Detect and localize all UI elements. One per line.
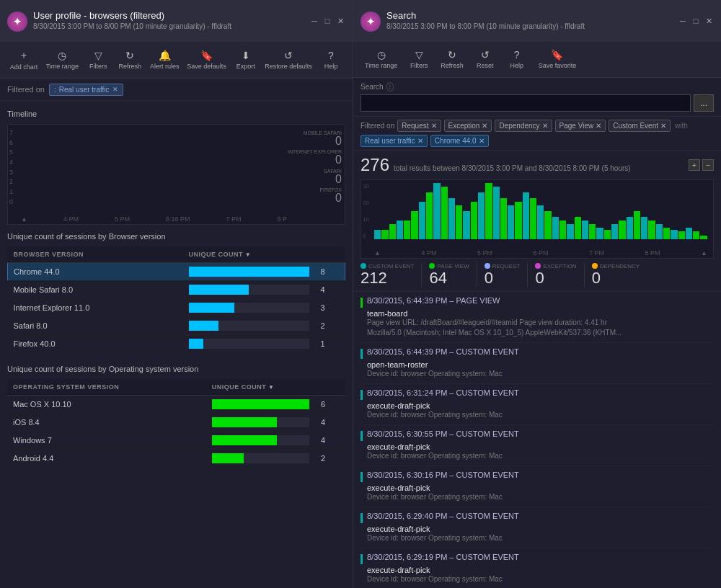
event-stripe — [360, 472, 363, 482]
restore-btn-left[interactable]: □ — [322, 16, 332, 26]
browser-table-row[interactable]: Mobile Safari 8.0 4 — [8, 280, 345, 298]
search-chart-bar — [471, 202, 477, 239]
stat-box-request: REQUEST 0 — [485, 263, 521, 287]
remove-chrome2-filter[interactable]: ✕ — [479, 137, 485, 145]
event-stripe — [360, 390, 363, 400]
close-btn-right[interactable]: ✕ — [704, 16, 714, 26]
event-detail: Device id: browser Operating system: Mac — [367, 574, 714, 584]
browser-table-row[interactable]: Firefox 40.0 1 — [8, 334, 345, 352]
os-table-row[interactable]: Windows 7 4 — [7, 431, 345, 449]
time-range-button-right[interactable]: ◷ Time range — [360, 46, 402, 73]
event-item[interactable]: 8/30/2015, 6:30:16 PM – CUSTOM EVENT exe… — [360, 466, 714, 507]
restore-icon: ↺ — [284, 50, 293, 61]
restore-defaults-button[interactable]: ↺ Restore defaults — [263, 47, 314, 74]
os-table-row[interactable]: Mac OS X 10.10 6 — [7, 395, 345, 413]
os-name-cell: Mac OS X 10.10 — [7, 395, 206, 413]
event-item[interactable]: 8/30/2015, 6:44:39 PM – PAGE VIEW team-b… — [360, 292, 714, 343]
refresh-button-right[interactable]: ↻ Refresh — [436, 46, 468, 73]
event-header: 8/30/2015, 6:30:16 PM – CUSTOM EVENT — [360, 471, 714, 482]
os-col-expand[interactable] — [331, 379, 345, 396]
filter-tag-chrome2[interactable]: Chrome 44.0 ✕ — [430, 135, 489, 147]
alert-rules-button[interactable]: 🔔 Alert rules — [147, 47, 182, 74]
refresh-button-left[interactable]: ↻ Refresh — [115, 47, 144, 74]
filter-tag-pageview[interactable]: Page View ✕ — [555, 120, 606, 132]
filter-tag-exception[interactable]: Exception ✕ — [444, 120, 492, 132]
add-chart-button[interactable]: ＋ Add chart — [7, 46, 40, 74]
minimize-btn-right[interactable]: ─ — [678, 16, 688, 26]
os-col2-header[interactable]: UNIQUE COUNT — [206, 379, 331, 396]
zoom-in-btn-search[interactable]: + — [689, 159, 700, 171]
event-header: 8/30/2015, 6:44:39 PM – CUSTOM EVENT — [360, 347, 714, 359]
close-btn-left[interactable]: ✕ — [335, 16, 345, 26]
search-chart-bar — [523, 192, 529, 239]
event-title: 8/30/2015, 6:29:19 PM – CUSTOM EVENT — [367, 553, 519, 561]
browser-col1-header[interactable]: BROWSER VERSION — [8, 246, 183, 263]
event-stripe — [360, 349, 363, 359]
os-name-cell: Windows 7 — [7, 431, 206, 449]
remove-exception-filter[interactable]: ✕ — [482, 122, 487, 130]
time-range-button-left[interactable]: ◷ Time range — [43, 47, 81, 74]
os-bar-cell: 6 — [206, 395, 331, 413]
filters-button-right[interactable]: ▽ Filters — [404, 46, 433, 73]
remove-realuser2-filter[interactable]: ✕ — [417, 137, 423, 145]
event-stripe — [360, 554, 363, 564]
save-defaults-button[interactable]: 🔖 Save defaults — [185, 47, 228, 74]
search-chart-bar — [596, 228, 603, 239]
search-chart-bar — [611, 224, 618, 239]
event-detail: Device id: browser Operating system: Mac — [367, 492, 714, 502]
export-icon: ⬇ — [242, 50, 250, 61]
result-count: 276 — [360, 155, 389, 175]
search-chart-y: 30 20 10 0 — [363, 183, 369, 239]
browser-table-row[interactable]: Chrome 44.0 8 — [8, 262, 345, 280]
minimize-btn-left[interactable]: ─ — [309, 16, 319, 26]
stat-divider — [584, 263, 585, 287]
filter-tag-request[interactable]: Request ✕ — [397, 120, 441, 132]
search-help-icon: i — [386, 82, 394, 92]
os-table-row[interactable]: Android 4.4 2 — [7, 449, 345, 467]
event-item[interactable]: 8/30/2015, 6:44:39 PM – CUSTOM EVENT ope… — [360, 343, 714, 384]
search-more-button[interactable]: ... — [694, 94, 714, 112]
event-item[interactable]: 8/30/2015, 6:31:24 PM – CUSTOM EVENT exe… — [360, 384, 714, 425]
search-input[interactable] — [360, 94, 691, 112]
os-expand-cell — [331, 413, 345, 431]
event-item[interactable]: 8/30/2015, 6:29:40 PM – CUSTOM EVENT exe… — [360, 507, 714, 548]
event-title: 8/30/2015, 6:31:24 PM – CUSTOM EVENT — [367, 388, 519, 397]
event-stripe — [360, 431, 363, 441]
os-table-row[interactable]: iOS 8.4 4 — [7, 413, 345, 431]
event-item[interactable]: 8/30/2015, 6:29:19 PM – CUSTOM EVENT exe… — [360, 548, 714, 588]
event-name: open-team-roster — [367, 360, 714, 369]
remove-pageview-filter[interactable]: ✕ — [596, 122, 601, 130]
zoom-out-btn-search[interactable]: − — [702, 159, 714, 171]
browser-table-row[interactable]: Internet Explorer 11.0 3 — [8, 298, 345, 316]
filter-tag-real-user[interactable]: : Real user traffic ✕ — [49, 84, 123, 96]
remove-dependency-filter[interactable]: ✕ — [542, 122, 548, 130]
save-favorite-button[interactable]: 🔖 Save favorite — [534, 46, 581, 73]
browser-table-row[interactable]: Safari 8.0 2 — [8, 316, 345, 334]
search-chart-bar — [589, 224, 596, 239]
reset-button[interactable]: ↺ Reset — [471, 46, 500, 73]
remove-customevent-filter[interactable]: ✕ — [660, 122, 666, 130]
export-button[interactable]: ⬇ Export — [231, 47, 260, 74]
help-button-left[interactable]: ? Help — [317, 47, 345, 74]
remove-request-filter[interactable]: ✕ — [431, 122, 437, 130]
filter-tag-realuser2[interactable]: Real user traffic ✕ — [360, 135, 428, 147]
browser-col2-header[interactable]: UNIQUE COUNT — [183, 246, 331, 263]
search-chart-x: ▲ 4 PM 5 PM 6 PM 7 PM 8 PM ▲ — [374, 249, 707, 257]
event-item[interactable]: 8/30/2015, 6:30:55 PM – CUSTOM EVENT exe… — [360, 425, 714, 466]
remove-filter-real-user[interactable]: ✕ — [112, 86, 118, 93]
restore-btn-right[interactable]: □ — [691, 16, 701, 26]
filters-button-left[interactable]: ▽ Filters — [84, 47, 112, 74]
save-favorite-icon: 🔖 — [551, 49, 563, 61]
left-window-subtitle: 8/30/2015 3:00 PM to 8/00 PM (10 minute … — [33, 22, 231, 30]
stat-boxes: CUSTOM EVENT 212 PAGE VIEW 64 REQUEST 0 … — [353, 259, 721, 292]
filter-tag-customevent[interactable]: Custom Event ✕ — [609, 120, 671, 132]
help-button-right[interactable]: ? Help — [503, 46, 531, 73]
browser-col-expand[interactable] — [331, 246, 345, 263]
timeline-chart: 7 6 5 4 3 2 1 0 — [7, 124, 345, 225]
filter-tag-dependency[interactable]: Dependency ✕ — [495, 120, 552, 132]
search-chart-bar — [582, 220, 588, 239]
search-chart-bar — [686, 228, 692, 239]
os-col1-header[interactable]: OPERATING SYSTEM VERSION — [7, 379, 206, 396]
os-bar-cell: 4 — [206, 413, 331, 431]
stat-box-dependency: DEPENDENCY 0 — [592, 263, 640, 287]
